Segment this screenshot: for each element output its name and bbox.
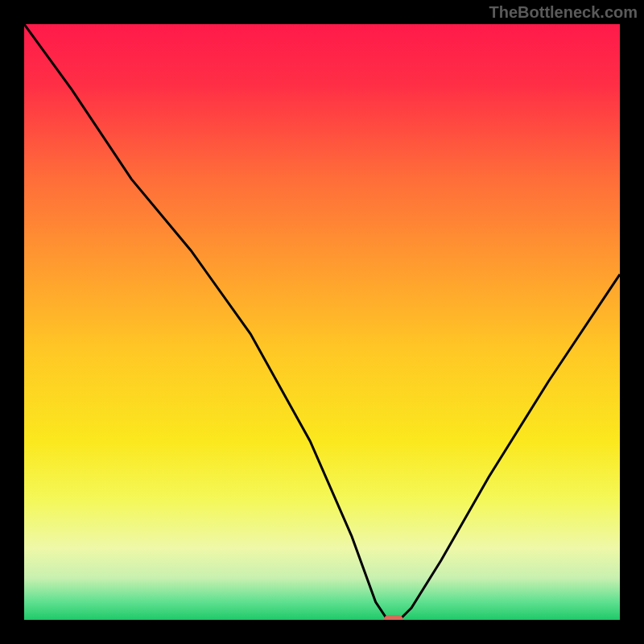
optimal-marker <box>384 615 403 620</box>
chart-plot-area <box>24 24 620 620</box>
chart-container: TheBottleneck.com <box>0 0 644 644</box>
gradient-background <box>24 24 620 620</box>
chart-svg <box>24 24 620 620</box>
watermark-text: TheBottleneck.com <box>489 3 638 22</box>
